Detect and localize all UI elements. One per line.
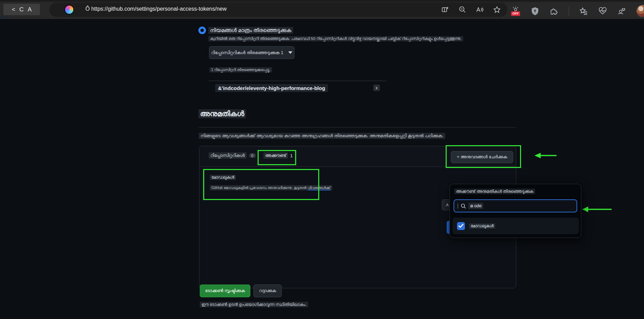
option-label: മോഡലുകൾ <box>469 223 495 229</box>
select-repositories-label: റിപ്പോസിറ്ററികൾ തിരഞ്ഞെടുക്കുക 1 <box>211 50 283 56</box>
permissions-description: നിങ്ങളുടെ ആവശ്യങ്ങൾക്ക് ആവശ്യമായ കുറഞ്ഞ … <box>199 133 445 139</box>
select-repositories-button[interactable]: റിപ്പോസിറ്ററികൾ തിരഞ്ഞെടുക്കുക 1 <box>209 46 294 59</box>
browser-nav-controls[interactable]: < C A <box>3 4 40 15</box>
text-cursor <box>458 203 458 209</box>
puzzle-extensions-icon[interactable] <box>550 7 558 15</box>
profile-avatar[interactable] <box>636 5 644 17</box>
only-select-repos-radio-row[interactable]: നിയമങ്ങൾ മാത്രം തിരഞ്ഞെടുക്കുക <box>198 27 293 34</box>
account-permissions-dropdown: അക്കൗണ്ട് അനുമതികൾ തിരഞ്ഞെടുക്കുക മ ode … <box>449 184 581 238</box>
cancel-label: റദ്ദാക്കുക <box>259 288 276 293</box>
cancel-button[interactable]: റദ്ദാക്കുക <box>253 285 282 297</box>
permissions-heading: അനുമതികൾ <box>198 109 246 118</box>
radio-label: നിയമങ്ങൾ മാത്രം തിരഞ്ഞെടുക്കുക <box>208 27 293 34</box>
annotation-box-account-tab <box>258 150 296 165</box>
feedback-people-icon[interactable] <box>617 7 626 15</box>
browser-toolbar: < C A Ô https://github.com/settings/pers… <box>0 0 644 19</box>
toolbar-divider <box>569 7 569 16</box>
repo-list-divider <box>209 81 386 81</box>
github-token-page: നിയമങ്ങൾ മാത്രം തിരഞ്ഞെടുക്കുക ക്വറിയിൽ … <box>0 19 644 319</box>
annotation-arrow-models-option <box>581 206 613 213</box>
generate-token-label: ടോക്കൺ സൃഷ്ടിക്കുക <box>205 288 245 293</box>
url-text[interactable]: Ô https://github.com/settings/personal-a… <box>85 6 227 12</box>
search-value: മ ode <box>468 203 483 209</box>
annotation-box-add-permissions <box>446 145 521 168</box>
address-bar[interactable]: Ô https://github.com/settings/personal-a… <box>49 2 507 17</box>
permissions-divider <box>198 127 516 128</box>
lock-icon: Ô <box>85 6 90 12</box>
browser-health-icon[interactable] <box>599 7 607 15</box>
tab-repositories-label: റിപ്പോസിറ്ററികൾ <box>209 152 247 159</box>
search-icon <box>461 203 466 209</box>
checkbox-checked-icon[interactable] <box>457 222 465 230</box>
back-icon[interactable]: < <box>12 6 15 13</box>
nav-a-button[interactable]: A <box>28 6 31 13</box>
copilot-icon[interactable] <box>64 4 75 15</box>
nav-c-button[interactable]: C <box>19 6 23 13</box>
tab-repositories-count: 0 <box>249 153 256 158</box>
dropdown-option-models[interactable]: മോഡലുകൾ <box>453 218 579 234</box>
read-aloud-icon[interactable] <box>476 6 484 14</box>
extension-off-icon[interactable]: OFF <box>511 7 520 16</box>
permission-search-input[interactable]: മ ode <box>454 199 577 212</box>
shield-extension-icon[interactable] <box>531 7 539 15</box>
zoom-out-icon[interactable] <box>458 6 467 14</box>
radio-selected-icon[interactable] <box>198 27 206 34</box>
url-value: https://github.com/settings/personal-acc… <box>91 6 227 12</box>
selected-repo-name: &'indcoder/eleventy-high-performance-blo… <box>215 84 328 92</box>
tab-repositories[interactable]: റിപ്പോസിറ്ററികൾ 0 <box>209 152 256 159</box>
split-screen-icon[interactable] <box>441 6 449 14</box>
chevron-down-icon <box>288 51 292 54</box>
annotation-arrow-add-permissions <box>534 152 558 159</box>
dropdown-title: അക്കൗണ്ട് അനുമതികൾ തിരഞ്ഞെടുക്കുക <box>454 189 535 194</box>
favorites-star-icon[interactable] <box>493 6 501 14</box>
remove-repo-button[interactable]: x <box>373 84 380 91</box>
radio-description: ക്വറിയിൽ ഒരു റിപ്പോസിറ്ററി തിരഞ്ഞെടുക്കു… <box>208 36 463 41</box>
selected-count-text: 1 റിപ്പോസിറ്ററി തിരഞ്ഞെടുക്കപ്പെട്ടു. <box>209 67 272 72</box>
off-badge-label: OFF <box>511 11 520 16</box>
token-ready-note: ഈ ടോക്കൺ ഉടൻ ഉപയോഗിക്കാവുന്ന സ്ഥിതിയിലാക… <box>200 302 308 307</box>
generate-token-button[interactable]: ടോക്കൺ സൃഷ്ടിക്കുക <box>200 285 250 297</box>
collections-star-icon[interactable] <box>580 7 588 15</box>
annotation-box-models-summary <box>203 169 319 200</box>
